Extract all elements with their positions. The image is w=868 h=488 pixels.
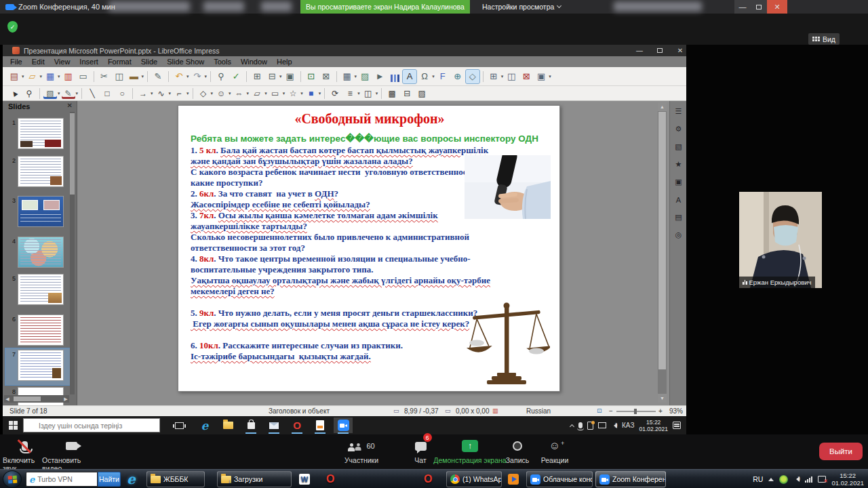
callout-shapes-icon[interactable]: ▭ xyxy=(269,87,282,99)
participants-button[interactable]: 60 Участники xyxy=(336,438,387,464)
insert-symbol-icon[interactable]: Ω xyxy=(418,70,431,83)
view-options-dropdown[interactable]: Настройки просмотра xyxy=(477,1,566,12)
Облачные конф...-taskbar-button[interactable]: Облачные конф... xyxy=(526,471,593,487)
menu-insert[interactable]: Insert xyxy=(75,58,103,66)
cut-icon[interactable]: ✂ xyxy=(98,70,111,83)
open-dropdown-icon[interactable]: ▾ xyxy=(40,74,43,79)
new-document-dropdown-icon[interactable]: ▾ xyxy=(22,74,24,79)
crop-icon[interactable]: ⊟ xyxy=(400,87,414,99)
ellipse-icon[interactable]: ○ xyxy=(115,87,129,99)
callout-shapes-dropdown-icon[interactable]: ▾ xyxy=(283,91,285,96)
impress-close-button[interactable]: ✕ xyxy=(671,45,686,56)
new-slide-icon[interactable]: ⊞ xyxy=(487,70,500,83)
curve-icon[interactable]: ∿ xyxy=(155,87,168,99)
lines-arrow-dropdown-icon[interactable]: ▾ xyxy=(151,91,153,96)
3d-objects-dropdown-icon[interactable]: ▾ xyxy=(319,91,321,96)
slides-panel-close-icon[interactable]: ✕ xyxy=(67,102,73,109)
undo-dropdown-icon[interactable]: ▾ xyxy=(186,74,189,79)
stop-video-button[interactable]: Остановить видео xyxy=(42,438,100,472)
internet-explorer-taskbar-button[interactable] xyxy=(123,471,144,487)
navigator-icon[interactable]: ◎ xyxy=(672,228,685,241)
open-icon[interactable]: ▱ xyxy=(26,70,39,83)
action-center-icon[interactable] xyxy=(673,422,681,429)
animation-icon[interactable]: ★ xyxy=(672,158,685,171)
zoom-slider[interactable] xyxy=(616,411,656,412)
styles-icon[interactable]: A xyxy=(672,193,685,206)
insert-symbol-dropdown-icon[interactable]: ▾ xyxy=(432,74,435,79)
participant-video[interactable]: Ержан Еркыдырович xyxy=(739,192,822,288)
save-dropdown-icon[interactable]: ▾ xyxy=(58,74,60,79)
keyboard-language[interactable]: КАЗ xyxy=(622,422,634,429)
host-language[interactable]: RU xyxy=(753,475,763,483)
impress-minimize-button[interactable]: — xyxy=(630,45,649,56)
curve-dropdown-icon[interactable]: ▾ xyxy=(169,91,172,96)
insert-media-icon[interactable]: ► xyxy=(373,70,387,83)
chat-button[interactable]: 6 Чат xyxy=(404,438,437,464)
edge-taskbar-icon[interactable] xyxy=(195,418,214,433)
flowchart-icon[interactable]: ▱ xyxy=(250,87,264,99)
(1) WhatsApp - G...-taskbar-button[interactable]: (1) WhatsApp - G... xyxy=(446,471,502,487)
fill-color-dropdown-icon[interactable]: ▾ xyxy=(58,91,60,96)
menu-slide[interactable]: Slide xyxy=(136,58,162,66)
speaker-tray-icon[interactable] xyxy=(611,423,617,428)
display-tray-icon[interactable] xyxy=(598,422,606,428)
block-arrows-dropdown-icon[interactable]: ▾ xyxy=(247,91,250,96)
scroll-thumb[interactable] xyxy=(658,112,666,369)
insert-image-icon[interactable]: ▨ xyxy=(358,70,372,83)
security-shield-icon[interactable]: ✓ xyxy=(7,21,18,33)
align-icon[interactable]: ≡ xyxy=(343,87,357,99)
slide-thumbnail-4[interactable]: 4 xyxy=(5,235,73,272)
slides-panel-scrollbar[interactable] xyxy=(70,112,75,394)
arrange-icon[interactable]: ◫ xyxy=(361,87,375,99)
redo-dropdown-icon[interactable]: ▾ xyxy=(205,74,208,79)
basic-shapes-icon[interactable]: ◇ xyxy=(197,87,210,99)
scroll-right-icon[interactable]: ▶ xyxy=(62,395,69,403)
zoom-slider-handle[interactable] xyxy=(634,409,637,414)
insert-table-icon[interactable]: ▦ xyxy=(340,70,354,83)
shadow-icon[interactable]: ▩ xyxy=(385,87,399,99)
menu-window[interactable]: Window xyxy=(236,58,272,66)
slide-thumbnail-2[interactable]: 2 xyxy=(5,155,73,191)
start-slideshow-icon[interactable]: ⊡ xyxy=(304,70,318,83)
find-replace-icon[interactable]: ⚲ xyxy=(214,70,228,83)
network-error-icon[interactable] xyxy=(818,476,826,483)
connector-dropdown-icon[interactable]: ▾ xyxy=(186,91,189,96)
line-color-dropdown-icon[interactable]: ▾ xyxy=(76,91,79,96)
hidden-icons-icon[interactable] xyxy=(768,478,774,481)
lines-arrow-icon[interactable]: → xyxy=(136,87,150,99)
impress-restore-button[interactable] xyxy=(650,45,669,56)
copy-icon[interactable]: ◫ xyxy=(113,70,126,83)
display-grid-icon[interactable]: ⊞ xyxy=(250,70,264,83)
export-pdf-icon[interactable]: ▥ xyxy=(62,70,75,83)
scroll-thumb[interactable] xyxy=(14,396,41,401)
impress-titlebar[interactable]: Презентация Microsoft PowerPoint.pptx - … xyxy=(3,45,686,56)
share-screen-button[interactable]: ↑ Демонстрация экрана xyxy=(433,438,507,464)
star-shapes-dropdown-icon[interactable]: ▾ xyxy=(300,91,303,96)
host-search-input[interactable] xyxy=(37,475,85,483)
host-search-box[interactable]: e xyxy=(26,472,98,487)
Zoom Конферен...-taskbar-button[interactable]: Zoom Конферен... xyxy=(595,471,666,487)
clock[interactable]: 15:22 01.02.2021 xyxy=(639,419,668,432)
menu-format[interactable]: Format xyxy=(103,58,136,66)
select-icon[interactable]: ▲ xyxy=(5,85,23,102)
slide-thumbnail-5[interactable]: 5 xyxy=(5,272,73,309)
insert-hyperlink-icon[interactable]: ⊕ xyxy=(451,70,465,83)
new-document-icon[interactable]: ▤ xyxy=(7,70,21,83)
paste-dropdown-icon[interactable]: ▾ xyxy=(142,74,144,79)
record-button[interactable]: Запись xyxy=(500,438,534,464)
spelling-icon[interactable]: ✓ xyxy=(229,70,243,83)
fit-slide-icon[interactable]: ⊡ xyxy=(597,407,602,414)
symbol-shapes-icon[interactable]: ☺ xyxy=(214,87,228,99)
menu-tools[interactable]: Tools xyxy=(209,58,236,66)
microphone-tray-icon[interactable] xyxy=(578,422,583,428)
insert-shapes-icon[interactable]: ◇ xyxy=(466,70,479,83)
maximize-button[interactable] xyxy=(751,0,767,14)
zoom-out-icon[interactable]: − xyxy=(609,407,613,415)
slide-transition-icon[interactable]: ▧ xyxy=(672,140,685,153)
align-dropdown-icon[interactable]: ▾ xyxy=(357,91,360,96)
print-icon[interactable]: ▭ xyxy=(77,70,90,83)
opera-taskbar-button[interactable] xyxy=(420,471,443,487)
network-signal-icon[interactable] xyxy=(805,476,812,483)
mail-taskbar-icon[interactable] xyxy=(264,418,283,433)
host-speaker-icon[interactable] xyxy=(793,476,800,482)
